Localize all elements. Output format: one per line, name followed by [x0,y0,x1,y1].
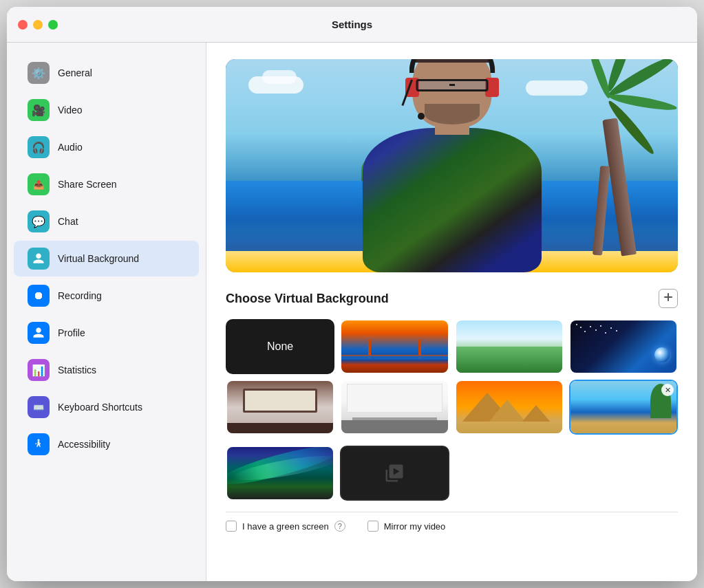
backgrounds-grid-row3 [226,446,678,501]
minimize-button[interactable] [33,20,43,30]
mirror-checkbox[interactable] [367,521,378,532]
sidebar-label-virtual-background: Virtual Background [58,253,139,264]
add-icon [663,292,673,305]
green-screen-label: I have a green screen [242,521,329,532]
share-screen-icon: 📤 [28,173,50,195]
bg-golden-gate[interactable] [340,319,449,374]
statistics-icon: 📊 [28,359,50,381]
sidebar-label-accessibility: Accessibility [58,439,110,450]
sidebar-label-share-screen: Share Screen [58,179,117,190]
bg-office[interactable] [340,380,449,435]
sidebar-item-chat[interactable]: 💬 Chat [14,204,199,239]
backgrounds-grid-wrapper: None [226,319,678,501]
bg-video-placeholder[interactable] [340,446,449,501]
footer-options: I have a green screen ? Mirror my video [226,512,678,532]
bg-space[interactable] [569,319,678,374]
sidebar-item-accessibility[interactable]: Accessibility [14,426,199,462]
settings-window: Settings ⚙️ General 🎥 Video 🎧 Audio 📤 [7,7,697,581]
sidebar-item-profile[interactable]: Profile [14,315,199,351]
sidebar-label-profile: Profile [58,327,85,338]
sidebar-item-video[interactable]: 🎥 Video [14,92,199,128]
sidebar-label-recording: Recording [58,290,102,301]
main-panel: Choose Virtual Background None [206,43,697,581]
sidebar-item-general[interactable]: ⚙️ General [14,55,199,91]
virtual-background-icon [28,248,50,270]
sidebar-label-statistics: Statistics [58,364,96,375]
sidebar-item-recording[interactable]: ⏺ Recording [14,278,199,314]
sidebar-label-video: Video [58,105,83,116]
profile-icon [28,322,50,344]
svg-point-0 [38,439,40,442]
maximize-button[interactable] [48,20,58,30]
mirror-video-option[interactable]: Mirror my video [367,521,446,532]
general-icon: ⚙️ [28,62,50,84]
bg-aurora[interactable] [226,446,334,501]
bg-delete-button[interactable]: ✕ [661,384,674,396]
svg-rect-2 [664,296,672,298]
titlebar: Settings [7,7,697,43]
accessibility-icon [28,433,50,455]
sidebar-label-keyboard-shortcuts: Keyboard Shortcuts [58,402,142,413]
sidebar-label-chat: Chat [58,216,78,227]
sidebar-item-audio[interactable]: 🎧 Audio [14,129,199,165]
mirror-label: Mirror my video [384,521,446,532]
green-screen-option[interactable]: I have a green screen ? [226,521,345,532]
audio-icon: 🎧 [28,136,50,158]
chat-icon: 💬 [28,210,50,232]
traffic-lights [18,20,58,30]
bg-pyramids[interactable] [455,380,564,435]
add-background-button[interactable] [659,289,678,308]
backgrounds-grid: None [226,319,678,435]
content-area: ⚙️ General 🎥 Video 🎧 Audio 📤 Share Scree… [7,43,697,581]
recording-icon: ⏺ [28,285,50,307]
keyboard-shortcuts-icon: ⌨️ [28,396,50,418]
sidebar-label-audio: Audio [58,142,83,153]
window-title: Settings [332,19,372,30]
bg-none[interactable]: None [226,319,334,374]
sidebar-item-statistics[interactable]: 📊 Statistics [14,352,199,388]
bg-conference-room[interactable] [226,380,334,435]
sidebar-item-keyboard-shortcuts[interactable]: ⌨️ Keyboard Shortcuts [14,389,199,425]
sidebar: ⚙️ General 🎥 Video 🎧 Audio 📤 Share Scree… [7,43,206,581]
close-button[interactable] [18,20,28,30]
section-title: Choose Virtual Background [226,292,389,306]
bg-grass[interactable] [455,319,564,374]
green-screen-checkbox[interactable] [226,521,237,532]
sidebar-item-virtual-background[interactable]: Virtual Background [14,241,199,276]
bg-beach-selected[interactable]: ✕ [569,380,678,435]
video-icon: 🎥 [28,99,50,121]
sidebar-label-general: General [58,67,92,78]
sidebar-item-share-screen[interactable]: 📤 Share Screen [14,166,199,202]
section-header: Choose Virtual Background [226,289,678,308]
help-icon[interactable]: ? [334,521,345,532]
none-label: None [267,340,293,353]
video-preview [226,59,678,272]
